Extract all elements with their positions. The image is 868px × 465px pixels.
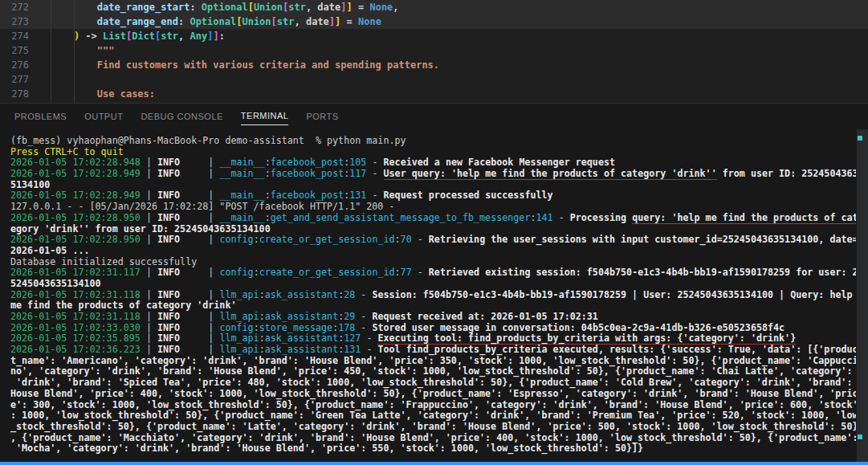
terminal-row: Press CTRL+C to quit: [10, 147, 868, 158]
line-number: 277: [0, 72, 29, 87]
editor-lines: 272 date_range_start: Optional[Union[str…: [0, 0, 868, 101]
terminal-row: 2026-01-05 17:02:31.118 | INFO | llm_api…: [10, 290, 868, 301]
editor-line: 273 date_range_end: Optional[Union[str, …: [0, 14, 868, 29]
editor-line: 272 date_range_start: Optional[Union[str…: [0, 0, 868, 14]
command-marker: [858, 434, 862, 439]
terminal-row: House Blend', 'price': 400, 'stock': 100…: [10, 389, 868, 400]
terminal-output: (fb_mess) vyhaophan@Phans-MacBook-Pro de…: [10, 136, 868, 455]
terminal-row: 2026-01-05 17:02:28.949 | INFO | __main_…: [10, 169, 868, 180]
panel-resize-accent: [0, 462, 868, 465]
terminal-row: , {'product_name': 'Macchiato', 'categor…: [10, 433, 868, 444]
terminal[interactable]: (fb_mess) vyhaophan@Phans-MacBook-Pro de…: [0, 129, 868, 462]
tab-problems[interactable]: PROBLEMS: [14, 108, 67, 125]
terminal-row: (fb_mess) vyhaophan@Phans-MacBook-Pro de…: [10, 136, 868, 147]
line-number: 272: [0, 0, 29, 14]
terminal-scrollbar[interactable]: [856, 129, 868, 462]
terminal-row: me find the products of category 'drink': [10, 300, 868, 312]
terminal-row: 2026-01-05 17:02:31.117 | INFO | config:…: [10, 267, 868, 279]
terminal-row: 'Mocha', 'category': 'drink', 'brand': '…: [10, 443, 868, 455]
editor-line: 274 ) -> List[Dict[str, Any]]:: [0, 29, 868, 43]
terminal-row: e': 300, 'stock': 1000, 'low_stock_thres…: [10, 400, 868, 411]
tab-ports[interactable]: PORTS: [306, 108, 338, 125]
terminal-row: _stock_threshold': 50}, {'product_name':…: [10, 422, 868, 433]
tab-terminal[interactable]: TERMINAL: [241, 108, 289, 125]
line-number: 276: [0, 58, 29, 72]
terminal-row: 2026-01-05 17:02:28.949 | INFO | __main_…: [10, 190, 868, 202]
indent-guide: [74, 0, 75, 103]
terminal-row: 127.0.0.1 - - [05/Jan/2026 17:02:28] "PO…: [10, 202, 868, 213]
line-number: 273: [0, 14, 29, 29]
terminal-row: 'drink', 'brand': 'Spiced Tea', 'price':…: [10, 377, 868, 389]
line-number: 278: [0, 87, 29, 101]
terminal-row: 2026-01-05 17:02:31.118 | INFO | llm_api…: [10, 312, 868, 323]
command-marker: [858, 136, 862, 141]
editor-line: 278 Use cases:: [0, 87, 868, 101]
tab-output[interactable]: OUTPUT: [84, 108, 123, 125]
terminal-row: 2026-01-05 17:02:33.030 | INFO | config:…: [10, 323, 868, 334]
terminal-row: egory 'drink'' from user ID: 25245043635…: [10, 224, 868, 235]
editor-line: 276 Find customers with various criteria…: [0, 58, 868, 72]
terminal-row: no', 'category': 'drink', 'brand': 'Hous…: [10, 366, 868, 377]
editor-line: 275 """: [0, 43, 868, 58]
terminal-row: 2026-01-05 17:02:28.948 | INFO | __main_…: [10, 157, 868, 169]
terminal-row: 5134100: [10, 180, 868, 191]
line-number: 275: [0, 43, 29, 58]
terminal-row: 2026-01-05 17:02:35.895 | INFO | llm_api…: [10, 333, 868, 345]
terminal-row: 5245043635134100: [10, 279, 868, 290]
tab-debug-console[interactable]: DEBUG CONSOLE: [141, 108, 222, 125]
terminal-row: 2026-01-05 ...: [10, 246, 868, 257]
terminal-row: Database initialized successfully: [10, 257, 868, 268]
terminal-row: : 1000, 'low_stock_threshold': 50}, {'pr…: [10, 410, 868, 422]
line-number: 274: [0, 29, 29, 43]
terminal-row: 2026-01-05 17:02:36.223 | INFO | llm_api…: [10, 345, 868, 356]
code-editor[interactable]: 272 date_range_start: Optional[Union[str…: [0, 0, 868, 103]
indent-guide: [51, 0, 51, 103]
terminal-row: t_name': 'Americano', 'category': 'drink…: [10, 356, 868, 367]
terminal-row: 2026-01-05 17:02:28.950 | INFO | __main_…: [10, 213, 868, 224]
editor-line: 277: [0, 72, 868, 87]
panel-tab-bar: PROBLEMS OUTPUT DEBUG CONSOLE TERMINAL P…: [0, 103, 868, 129]
vscode-window: 272 date_range_start: Optional[Union[str…: [0, 0, 868, 465]
terminal-row: 2026-01-05 17:02:28.950 | INFO | config:…: [10, 235, 868, 246]
